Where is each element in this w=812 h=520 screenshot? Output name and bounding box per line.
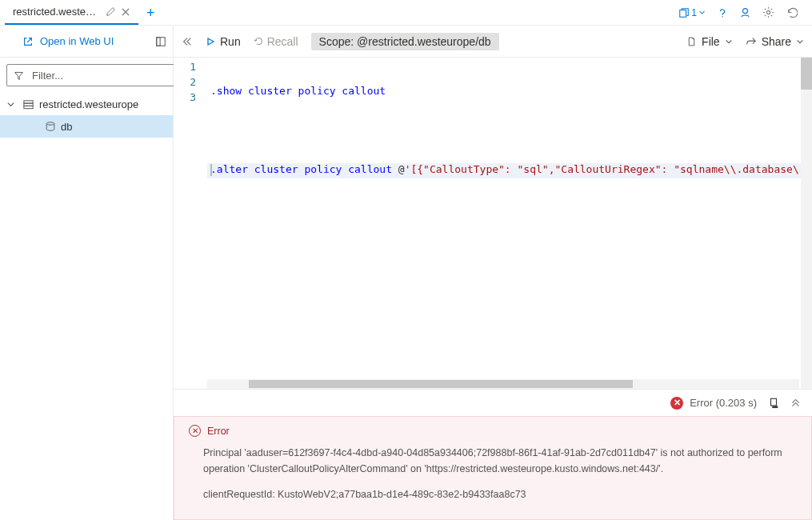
code-text: @ xyxy=(392,163,405,175)
editor-minimap[interactable] xyxy=(801,58,812,389)
copy-tabs-icon[interactable]: 1 xyxy=(678,7,706,18)
collapse-panel-icon[interactable] xyxy=(155,36,166,47)
file-icon xyxy=(686,36,697,47)
recall-label: Recall xyxy=(267,35,298,48)
tab-count: 1 xyxy=(691,7,697,18)
file-menu[interactable]: File xyxy=(686,35,733,48)
tree-db-row[interactable]: db xyxy=(0,115,173,138)
svg-rect-0 xyxy=(680,10,686,17)
external-link-icon xyxy=(22,36,34,47)
scope-value: @restricted.westeurope/db xyxy=(357,35,491,48)
code-editor[interactable]: 1 2 3 .show cluster policy callout .alte… xyxy=(174,58,812,389)
run-label: Run xyxy=(220,35,241,48)
query-toolbar: Run Recall Scope: @restricted.westeurope… xyxy=(174,26,812,58)
help-icon[interactable] xyxy=(717,7,728,18)
svg-rect-10 xyxy=(771,398,777,406)
svg-point-2 xyxy=(743,9,748,14)
error-badge-icon: ✕ xyxy=(670,397,683,410)
file-label: File xyxy=(702,35,720,48)
connections-sidebar: Open in Web UI restric xyxy=(0,26,174,520)
open-in-web-ui-label: Open in Web UI xyxy=(40,35,114,47)
recall-icon xyxy=(254,36,264,46)
scrollbar-thumb[interactable] xyxy=(249,380,633,388)
chevron-down-icon xyxy=(796,38,804,46)
error-title: Error xyxy=(207,426,230,437)
copy-results-icon[interactable] xyxy=(768,397,779,409)
status-error: ✕ Error (0.203 s) xyxy=(670,397,757,410)
filter-input-wrapper[interactable] xyxy=(6,64,175,86)
svg-point-9 xyxy=(46,122,54,126)
undo-icon[interactable] xyxy=(786,6,798,18)
share-menu[interactable]: Share xyxy=(746,35,804,48)
error-circle-icon: ✕ xyxy=(189,425,201,437)
svg-rect-8 xyxy=(24,106,33,108)
tree-cluster-row[interactable]: restricted.westeurope xyxy=(0,93,173,115)
cluster-label: restricted.westeurope xyxy=(39,98,138,110)
chevron-down-icon xyxy=(725,38,733,46)
play-icon xyxy=(206,37,215,46)
collapse-results-icon[interactable] xyxy=(790,398,801,408)
close-icon[interactable] xyxy=(121,7,130,17)
code-string: '[{"CalloutType": "sql","CalloutUriRegex… xyxy=(405,163,799,175)
error-request-id: clientRequestId: KustoWebV2;a77baa1b-d1e… xyxy=(189,486,797,502)
tab-title: restricted.westeur... xyxy=(13,6,101,18)
db-label: db xyxy=(61,121,72,133)
editor-text[interactable]: .show cluster policy callout .alter clus… xyxy=(207,58,801,389)
add-tab-button[interactable]: + xyxy=(138,6,163,20)
database-icon xyxy=(45,121,56,132)
share-icon xyxy=(746,36,757,47)
filter-input[interactable] xyxy=(30,69,168,82)
open-in-web-ui-button[interactable]: Open in Web UI xyxy=(6,35,149,47)
status-text: Error (0.203 s) xyxy=(690,397,757,409)
line-number: 3 xyxy=(174,91,207,106)
svg-rect-5 xyxy=(157,37,160,46)
line-number: 1 xyxy=(174,61,207,76)
editor-gutter: 1 2 3 xyxy=(174,58,207,389)
svg-point-3 xyxy=(766,10,770,14)
chevron-left-double-icon[interactable] xyxy=(182,36,193,47)
scope-selector[interactable]: Scope: @restricted.westeurope/db xyxy=(311,33,499,50)
code-keyword: .alter cluster policy callout xyxy=(210,163,392,175)
cluster-icon xyxy=(22,98,34,110)
share-label: Share xyxy=(762,35,791,48)
line-number: 2 xyxy=(174,76,207,91)
recall-button[interactable]: Recall xyxy=(254,35,298,48)
edit-icon[interactable] xyxy=(106,6,116,17)
results-statusbar: ✕ Error (0.203 s) xyxy=(174,389,812,416)
chevron-down-icon xyxy=(6,100,18,109)
error-message: Principal 'aaduser=612f3697-f4c4-4dbd-a9… xyxy=(189,445,797,477)
error-panel: ✕ Error Principal 'aaduser=612f3697-f4c4… xyxy=(174,416,812,520)
svg-point-1 xyxy=(722,16,722,17)
connections-tree: restricted.westeurope db xyxy=(0,93,173,138)
editor-h-scrollbar[interactable] xyxy=(207,379,799,389)
feedback-icon[interactable] xyxy=(739,6,751,18)
code-keyword: .show cluster policy callout xyxy=(210,85,386,97)
settings-icon[interactable] xyxy=(762,6,774,18)
top-right-tools: 1 xyxy=(678,6,807,18)
run-button[interactable]: Run xyxy=(206,35,241,48)
scope-label: Scope: xyxy=(319,35,354,48)
svg-rect-4 xyxy=(157,37,166,46)
filter-icon xyxy=(14,70,24,81)
tabstrip: restricted.westeur... + 1 xyxy=(0,0,812,26)
query-tab-active[interactable]: restricted.westeur... xyxy=(5,0,138,25)
